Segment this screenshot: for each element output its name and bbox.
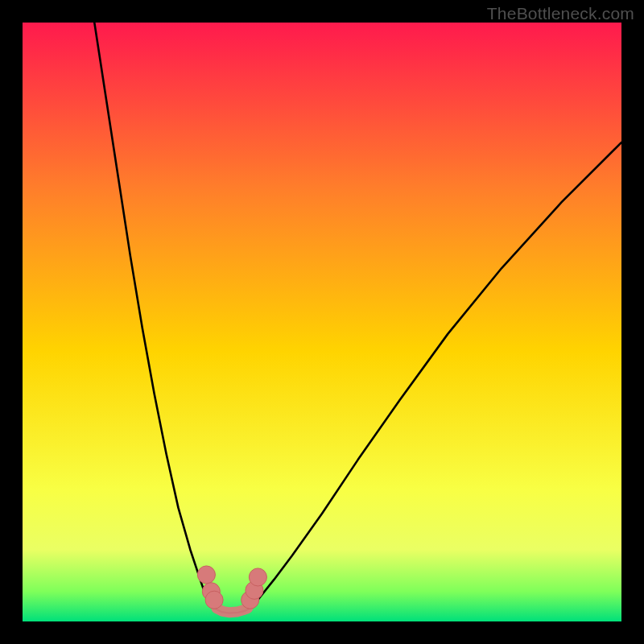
chart-svg (23, 23, 621, 621)
outer-frame: TheBottleneck.com (0, 0, 644, 644)
marker-dot-2 (205, 591, 223, 609)
gradient-backdrop (23, 23, 621, 621)
marker-connector (217, 609, 248, 613)
watermark-label: TheBottleneck.com (487, 4, 634, 23)
marker-dot-5 (249, 568, 266, 586)
marker-dot-0 (197, 566, 215, 584)
plot-area (23, 23, 621, 621)
